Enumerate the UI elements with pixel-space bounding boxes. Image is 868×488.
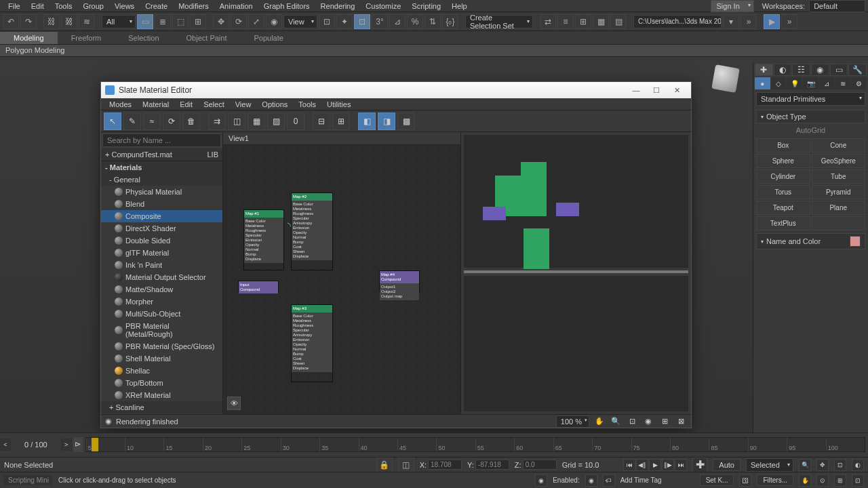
node-map3[interactable]: Map #3Base ColorMetalnessRoughnessSpecul… [291,304,333,382]
coord-y-input[interactable] [475,460,509,470]
mat-blend[interactable]: Blend [101,198,222,210]
link-button[interactable]: ⛓ [43,14,60,29]
slate-checker[interactable]: ▩ [397,113,415,130]
reference-coord[interactable]: View [283,15,317,28]
slate-menu-edit[interactable]: Edit [174,100,198,108]
signin-button[interactable]: Sign In [711,0,754,12]
material-tree[interactable]: - Materials - General Physical Material … [101,161,222,414]
bind-button[interactable]: ≋ [79,14,95,29]
cat-systems[interactable]: ⚙ [851,77,867,89]
slate-menu-modes[interactable]: Modes [104,100,137,108]
slate-menu-options[interactable]: Options [256,100,293,108]
mat-pbrmetal[interactable]: PBR Material (Metal/Rough) [101,320,222,340]
menu-create[interactable]: Create [140,2,173,10]
menu-edit[interactable]: Edit [26,2,50,10]
slate-tool-3[interactable]: ≈ [143,113,161,130]
tree-materials[interactable]: - Materials [101,161,222,174]
prim-box[interactable]: Box [756,138,810,152]
spinner-snap[interactable]: % [407,14,423,29]
mirror-button[interactable]: ⇄ [540,14,556,29]
slate-menu-view[interactable]: View [230,100,257,108]
select-region-button[interactable]: ⬚ [172,14,189,29]
mat-multisub[interactable]: Multi/Sub-Object [101,308,222,320]
color-swatch[interactable] [850,236,861,247]
menu-views[interactable]: Views [109,2,140,10]
prim-cone[interactable]: Cone [812,138,866,152]
cat-cameras[interactable]: 📷 [803,77,818,89]
keyfilters-icon[interactable]: ⚿ [739,474,751,487]
ribbon-modeling[interactable]: Modeling [0,32,58,44]
rotate-button[interactable]: ⟳ [231,14,247,29]
nav-2[interactable]: ⊙ [816,474,829,487]
mat-composite[interactable]: Composite [101,210,222,222]
window-crossing-button[interactable]: ⊞ [190,14,206,29]
slate-extent2-icon[interactable]: ⊠ [675,415,687,428]
prim-teapot[interactable]: Teapot [756,201,810,215]
nav-orbit-icon[interactable]: ✥ [816,459,829,471]
slate-move-children[interactable]: ⇉ [208,113,226,130]
slate-menu-select[interactable]: Select [198,100,230,108]
mat-matteshadow[interactable]: Matte/Shadow [101,283,222,296]
goto-start[interactable]: ⏮ [623,459,635,471]
toggle-ribbon[interactable]: ▦ [593,14,609,29]
placement-button[interactable]: ◉ [266,14,282,29]
select-by-name-button[interactable]: ≣ [155,14,171,29]
mat-inknpaint[interactable]: Ink 'n Paint [101,259,222,271]
nav-3[interactable]: ⊞ [834,474,846,487]
prim-pyramid[interactable]: Pyramid [812,185,866,199]
maximize-button[interactable]: ☐ [646,86,667,95]
mat-gltf[interactable]: glTF Material [101,247,222,259]
macro-rec-icon[interactable]: ◉ [535,474,547,487]
nav-fov-icon[interactable]: ◐ [852,459,864,471]
ribbon-populate[interactable]: Populate [240,32,296,44]
node-map2[interactable]: Map #2Base ColorMetalnessRoughnessSpecul… [291,192,333,270]
node-compound-in[interactable]: InputCompound [238,281,279,293]
render-button[interactable]: ▶ [764,14,780,29]
material-preview[interactable] [464,135,688,268]
ribbon-selection[interactable]: Selection [115,32,172,44]
nav-pan-icon[interactable]: 🔍 [799,459,811,471]
menu-animation[interactable]: Animation [214,2,258,10]
slate-zoom[interactable]: 100 % [556,415,589,428]
pivot-button[interactable]: ⊡ [319,14,335,29]
slate-menu-utilities[interactable]: Utilities [321,100,356,108]
next-frame[interactable]: ∥▶ [662,459,674,471]
nav-zoom-icon[interactable]: ⊡ [834,459,846,471]
mat-topbottom[interactable]: Top/Bottom [101,377,222,389]
menu-modifiers[interactable]: Modifiers [173,2,214,10]
node-map1[interactable]: Map #1Base ColorMetalnessRoughnessSpecul… [243,209,284,270]
coord-z-input[interactable] [523,460,557,470]
ribbon-freeform[interactable]: Freeform [58,32,115,44]
keyfilter-select[interactable]: Selected [746,458,793,472]
angle-snap[interactable]: 3° [372,14,388,29]
percent-snap[interactable]: ⊿ [389,14,406,29]
play-button[interactable]: ▶ [649,459,661,471]
render-more[interactable]: » [781,14,797,29]
cmd-modify-tab[interactable]: ◐ [774,64,792,76]
node-compound-out[interactable]: Map #4CompoundOutput1Output2Output map [379,270,420,292]
axis-constraint[interactable]: ⇅ [425,14,441,29]
rollout-objecttype[interactable]: Object Type [756,110,865,123]
cat-spacewarps[interactable]: ≋ [835,77,851,89]
mat-shellac[interactable]: Shellac [101,365,222,377]
prim-sphere[interactable]: Sphere [756,154,810,168]
selection-filter[interactable]: All [102,15,136,28]
selection-set[interactable]: Create Selection Set [465,15,533,28]
workspaces-select[interactable]: Default [809,0,865,12]
menu-group[interactable]: Group [77,2,109,10]
time-slider[interactable]: 5101520253035404550556065707580859095100 [85,437,865,452]
timetag-label[interactable]: Add Time Tag [620,476,662,484]
unlink-button[interactable]: ⛓̸ [61,14,77,29]
tree-general[interactable]: - General [101,174,222,186]
slate-delete[interactable]: 🗑 [182,113,200,130]
slate-fitall-icon[interactable]: ◉ [642,415,654,428]
cmd-display-tab[interactable]: ▭ [830,64,848,76]
lock-selection[interactable]: 🔒 [376,458,393,472]
close-button[interactable]: ✕ [667,86,687,95]
slate-align-v[interactable]: ⊟ [313,113,330,130]
time-config-icon[interactable]: ⊳ [73,437,83,452]
tree-scanline[interactable]: + Scanline [101,401,222,413]
slate-zoom-icon[interactable]: 🔍 [610,415,622,428]
slate-show-map[interactable]: ◧ [358,113,376,130]
scale-button[interactable]: ⤢ [248,14,264,29]
